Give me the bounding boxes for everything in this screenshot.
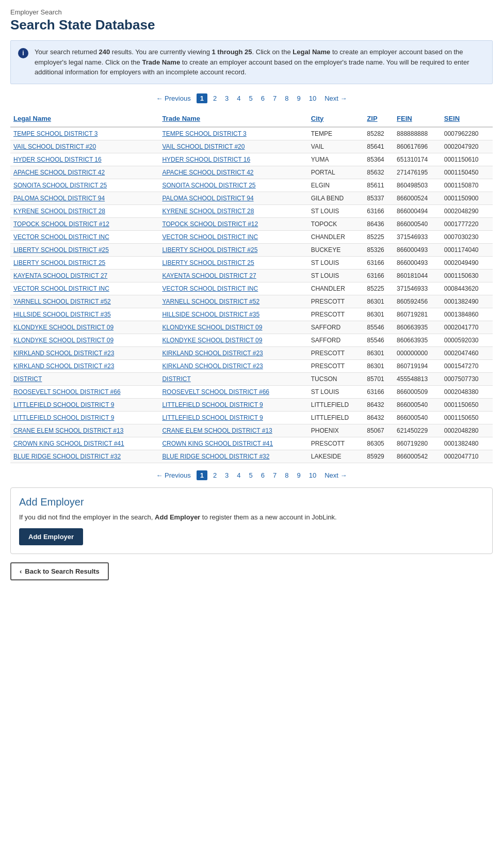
trade-name-link[interactable]: KLONDYKE SCHOOL DISTRICT 09 [162,324,262,331]
cell-trade-name: PALOMA SCHOOL DISTRICT 94 [159,192,307,204]
table-row: PALOMA SCHOOL DISTRICT 94PALOMA SCHOOL D… [10,192,493,204]
page-9-link-bottom[interactable]: 9 [295,470,303,480]
trade-name-link[interactable]: SONOITA SCHOOL DISTRICT 25 [162,182,255,189]
prev-link-top[interactable]: ← Previous [153,93,193,103]
table-row: KLONDYKE SCHOOL DISTRICT 09KLONDYKE SCHO… [10,334,493,346]
legal-name-link[interactable]: LITTLEFIELD SCHOOL DISTRICT 9 [13,401,114,408]
page-4-link-bottom[interactable]: 4 [234,470,243,480]
sort-fein[interactable]: FEIN [397,115,412,122]
trade-name-link[interactable]: VECTOR SCHOOL DISTRICT INC [162,233,258,241]
table-row: HILLSIDE SCHOOL DISTRICT #35HILLSIDE SCH… [10,308,493,321]
page-10-link-top[interactable]: 10 [306,93,319,103]
legal-name-link[interactable]: LITTLEFIELD SCHOOL DISTRICT 9 [13,414,114,421]
cell-legal-name: DISTRICT [10,372,159,385]
page-2-link-bottom[interactable]: 2 [210,470,219,480]
trade-name-link[interactable]: CROWN KING SCHOOL DISTRICT #41 [162,440,273,447]
header-city: City [308,111,364,127]
trade-name-link[interactable]: VECTOR SCHOOL DISTRICT INC [162,285,258,292]
cell-city: PHOENIX [308,424,364,437]
sort-city[interactable]: City [311,115,324,122]
trade-name-link[interactable]: LIBERTY SCHOOL DISTRICT 25 [162,259,254,266]
legal-name-link[interactable]: VAIL SCHOOL DISTRICT #20 [13,143,96,150]
trade-name-link[interactable]: KIRKLAND SCHOOL DISTRICT #23 [162,350,263,357]
page-9-link-top[interactable]: 9 [295,93,303,103]
legal-name-link[interactable]: PALOMA SCHOOL DISTRICT 94 [13,195,105,202]
cell-zip: 86436 [364,217,394,230]
legal-name-link[interactable]: KYRENE SCHOOL DISTRICT 28 [13,208,105,215]
legal-name-link[interactable]: TEMPE SCHOOL DISTRICT 3 [13,130,98,137]
legal-name-link[interactable]: KLONDYKE SCHOOL DISTRICT 09 [13,337,113,344]
legal-name-link[interactable]: LIBERTY SCHOOL DISTRICT #25 [13,246,109,254]
trade-name-link[interactable]: HYDER SCHOOL DISTRICT 16 [162,156,250,163]
cell-city: ST LOUIS [308,385,364,398]
sort-zip[interactable]: ZIP [367,115,377,122]
trade-name-link[interactable]: YARNELL SCHOOL DISTRICT #52 [162,298,259,305]
cell-sein: 0002047710 [441,450,493,463]
trade-name-link[interactable]: HILLSIDE SCHOOL DISTRICT #35 [162,311,259,318]
trade-name-link[interactable]: ROOSEVELT SCHOOL DISTRICT #66 [162,388,269,396]
legal-name-link[interactable]: HILLSIDE SCHOOL DISTRICT #35 [13,311,111,318]
legal-name-link[interactable]: BLUE RIDGE SCHOOL DISTRICT #32 [13,453,121,460]
page-7-link-top[interactable]: 7 [270,93,279,103]
add-employer-button[interactable]: Add Employer [19,528,83,545]
legal-name-link[interactable]: KIRKLAND SCHOOL DISTRICT #23 [13,350,114,357]
table-row: KIRKLAND SCHOOL DISTRICT #23KIRKLAND SCH… [10,346,493,359]
legal-name-link[interactable]: TOPOCK SCHOOL DISTRICT #12 [13,220,109,228]
trade-name-link[interactable]: KLONDYKE SCHOOL DISTRICT 09 [162,337,262,344]
trade-name-link[interactable]: VAIL SCHOOL DISTRICT #20 [162,143,245,150]
prev-link-bottom[interactable]: ← Previous [153,470,193,480]
page-2-link-top[interactable]: 2 [210,93,219,103]
legal-name-link[interactable]: VECTOR SCHOOL DISTRICT INC [13,233,109,241]
page-8-link-top[interactable]: 8 [282,93,291,103]
legal-name-link[interactable]: CRANE ELEM SCHOOL DISTRICT #13 [13,427,123,434]
trade-name-link[interactable]: CRANE ELEM SCHOOL DISTRICT #13 [162,427,272,434]
legal-name-link[interactable]: LIBERTY SCHOOL DISTRICT 25 [13,259,105,266]
legal-name-link[interactable]: SONOITA SCHOOL DISTRICT 25 [13,182,107,189]
cell-fein: 860592456 [394,295,441,308]
page-5-link-top[interactable]: 5 [247,93,255,103]
page-7-link-bottom[interactable]: 7 [270,470,279,480]
legal-name-link[interactable]: KLONDYKE SCHOOL DISTRICT 09 [13,324,113,331]
trade-name-link[interactable]: KYRENE SCHOOL DISTRICT 28 [162,208,254,215]
page-6-link-top[interactable]: 6 [258,93,267,103]
next-link-bottom[interactable]: Next → [322,470,349,480]
trade-name-link[interactable]: KAYENTA SCHOOL DISTRICT 27 [162,272,256,279]
page-4-link-top[interactable]: 4 [234,93,243,103]
trade-name-link[interactable]: BLUE RIDGE SCHOOL DISTRICT #32 [162,453,269,460]
sort-legal-name[interactable]: Legal Name [13,115,51,122]
legal-name-link[interactable]: DISTRICT [13,375,42,383]
page-10-link-bottom[interactable]: 10 [306,470,319,480]
legal-name-link[interactable]: HYDER SCHOOL DISTRICT 16 [13,156,102,163]
page-5-link-bottom[interactable]: 5 [247,470,255,480]
trade-name-link[interactable]: APACHE SCHOOL DISTRICT 42 [162,169,253,176]
cell-legal-name: VAIL SCHOOL DISTRICT #20 [10,140,159,153]
page-3-link-top[interactable]: 3 [222,93,231,103]
sort-sein[interactable]: SEIN [444,115,460,122]
table-row: VECTOR SCHOOL DISTRICT INCVECTOR SCHOOL … [10,282,493,295]
legal-name-link[interactable]: CROWN KING SCHOOL DISTRICT #41 [13,440,124,447]
cell-fein: 866000540 [394,398,441,411]
sort-trade-name[interactable]: Trade Name [162,115,200,122]
cell-city: TOPOCK [308,217,364,230]
table-row: LIBERTY SCHOOL DISTRICT #25LIBERTY SCHOO… [10,243,493,256]
trade-name-link[interactable]: DISTRICT [162,375,190,383]
page-8-link-bottom[interactable]: 8 [282,470,291,480]
page-6-link-bottom[interactable]: 6 [258,470,267,480]
legal-name-link[interactable]: YARNELL SCHOOL DISTRICT #52 [13,298,111,305]
next-link-top[interactable]: Next → [322,93,349,103]
legal-name-link[interactable]: KIRKLAND SCHOOL DISTRICT #23 [13,362,114,370]
trade-name-link[interactable]: TEMPE SCHOOL DISTRICT 3 [162,130,246,137]
cell-zip: 85546 [364,334,394,346]
legal-name-link[interactable]: APACHE SCHOOL DISTRICT 42 [13,169,105,176]
trade-name-link[interactable]: LITTLEFIELD SCHOOL DISTRICT 9 [162,414,263,421]
page-3-link-bottom[interactable]: 3 [222,470,231,480]
trade-name-link[interactable]: KIRKLAND SCHOOL DISTRICT #23 [162,362,263,370]
legal-name-link[interactable]: ROOSEVELT SCHOOL DISTRICT #66 [13,388,121,396]
back-to-search-button[interactable]: ‹ Back to Search Results [10,562,109,580]
trade-name-link[interactable]: PALOMA SCHOOL DISTRICT 94 [162,195,253,202]
trade-name-link[interactable]: LITTLEFIELD SCHOOL DISTRICT 9 [162,401,263,408]
legal-name-link[interactable]: KAYENTA SCHOOL DISTRICT 27 [13,272,107,279]
trade-name-link[interactable]: LIBERTY SCHOOL DISTRICT #25 [162,246,257,254]
trade-name-link[interactable]: TOPOCK SCHOOL DISTRICT #12 [162,220,258,228]
legal-name-link[interactable]: VECTOR SCHOOL DISTRICT INC [13,285,109,292]
